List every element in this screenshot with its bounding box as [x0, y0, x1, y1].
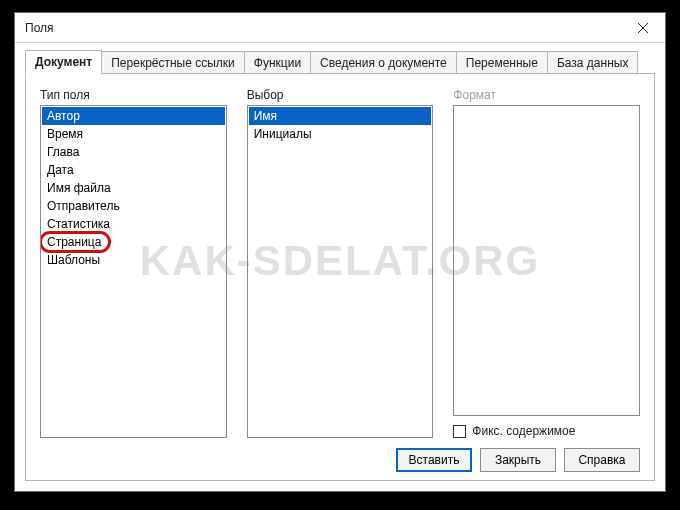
- column-format: Формат Фикс. содержимое: [453, 88, 640, 438]
- list-item[interactable]: Автор: [42, 107, 225, 125]
- button-row: Вставить Закрыть Справка: [40, 448, 640, 472]
- tab-cross-references[interactable]: Перекрёстные ссылки: [101, 51, 245, 73]
- type-listbox[interactable]: Автор Время Глава Дата Имя файла Отправи…: [40, 105, 227, 438]
- list-item[interactable]: Статистика: [42, 215, 225, 233]
- format-label: Формат: [453, 88, 640, 102]
- tab-variables[interactable]: Переменные: [456, 51, 548, 73]
- select-listbox[interactable]: Имя Инициалы: [247, 105, 434, 438]
- list-item[interactable]: Время: [42, 125, 225, 143]
- insert-button[interactable]: Вставить: [396, 448, 472, 472]
- list-item[interactable]: Глава: [42, 143, 225, 161]
- window-title: Поля: [15, 21, 621, 35]
- type-label: Тип поля: [40, 88, 227, 102]
- tab-database[interactable]: База данных: [547, 51, 638, 73]
- list-item[interactable]: Имя: [249, 107, 432, 125]
- list-item[interactable]: Дата: [42, 161, 225, 179]
- list-item[interactable]: Шаблоны: [42, 251, 225, 269]
- list-item[interactable]: Отправитель: [42, 197, 225, 215]
- tab-bar: Документ Перекрёстные ссылки Функции Све…: [25, 49, 655, 73]
- dialog-window: Поля Документ Перекрёстные ссылки Функци…: [14, 12, 666, 492]
- tab-functions[interactable]: Функции: [244, 51, 311, 73]
- close-dialog-button[interactable]: Закрыть: [480, 448, 556, 472]
- list-item[interactable]: Имя файла: [42, 179, 225, 197]
- dialog-content: Документ Перекрёстные ссылки Функции Све…: [15, 43, 665, 491]
- close-button[interactable]: [621, 13, 665, 43]
- tab-document[interactable]: Документ: [25, 50, 102, 74]
- select-label: Выбор: [247, 88, 434, 102]
- help-button[interactable]: Справка: [564, 448, 640, 472]
- list-item[interactable]: Страница: [42, 233, 225, 251]
- close-icon: [638, 23, 648, 33]
- tab-docinfo[interactable]: Сведения о документе: [310, 51, 457, 73]
- list-item[interactable]: Инициалы: [249, 125, 432, 143]
- column-select: Выбор Имя Инициалы: [247, 88, 434, 438]
- column-type: Тип поля Автор Время Глава Дата Имя файл…: [40, 88, 227, 438]
- titlebar: Поля: [15, 13, 665, 43]
- fixed-content-checkbox[interactable]: [453, 425, 466, 438]
- tab-panel: KAK-SDELAT.ORG Тип поля Автор Время Глав…: [25, 73, 655, 481]
- fixed-content-label: Фикс. содержимое: [472, 424, 575, 438]
- fixed-content-row[interactable]: Фикс. содержимое: [453, 424, 640, 438]
- format-listbox: [453, 105, 640, 416]
- list-item-label: Страница: [47, 235, 101, 249]
